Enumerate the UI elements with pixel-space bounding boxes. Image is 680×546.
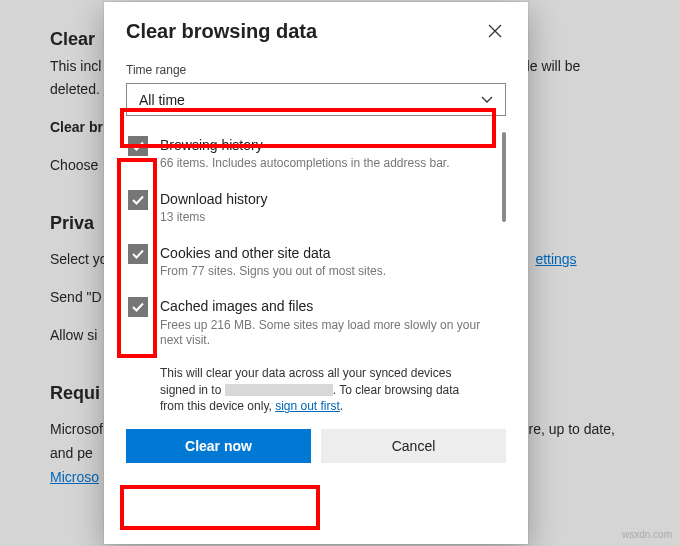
option-title: Cookies and other site data <box>160 244 488 262</box>
option-cached: Cached images and files Frees up 216 MB.… <box>126 289 506 358</box>
options-list: Browsing history 66 items. Includes auto… <box>126 128 506 359</box>
bg-link[interactable]: ettings <box>535 251 576 267</box>
bg-link[interactable]: Microso <box>50 469 99 485</box>
option-title: Cached images and files <box>160 297 488 315</box>
chevron-down-icon <box>481 92 493 108</box>
option-subtitle: 66 items. Includes autocompletions in th… <box>160 156 488 172</box>
checkbox-download-history[interactable] <box>128 190 148 210</box>
option-title: Download history <box>160 190 488 208</box>
option-download-history: Download history 13 items <box>126 182 506 236</box>
option-cookies: Cookies and other site data From 77 site… <box>126 236 506 290</box>
redacted-account <box>225 384 333 396</box>
option-subtitle: From 77 sites. Signs you out of most sit… <box>160 264 488 280</box>
sync-note: This will clear your data across all you… <box>160 365 478 415</box>
bg-text: Select yo <box>50 251 108 267</box>
dialog-title: Clear browsing data <box>126 20 317 43</box>
checkbox-cached[interactable] <box>128 297 148 317</box>
time-range-value: All time <box>139 92 185 108</box>
option-title: Browsing history <box>160 136 488 154</box>
option-subtitle: 13 items <box>160 210 488 226</box>
close-icon[interactable] <box>484 20 506 45</box>
scrollbar[interactable] <box>502 132 506 222</box>
bg-text: Microsof <box>50 421 103 437</box>
clear-now-button[interactable]: Clear now <box>126 429 311 463</box>
option-browsing-history: Browsing history 66 items. Includes auto… <box>126 128 506 182</box>
watermark: wsxdn.com <box>622 529 672 540</box>
option-subtitle: Frees up 216 MB. Some sites may load mor… <box>160 318 488 349</box>
bg-text: This incl <box>50 58 101 74</box>
time-range-select[interactable]: All time <box>126 83 506 116</box>
checkbox-cookies[interactable] <box>128 244 148 264</box>
time-range-label: Time range <box>126 63 506 77</box>
clear-browsing-data-dialog: Clear browsing data Time range All time … <box>104 2 528 544</box>
cancel-button[interactable]: Cancel <box>321 429 506 463</box>
sign-out-link[interactable]: sign out first <box>275 399 340 413</box>
checkbox-browsing-history[interactable] <box>128 136 148 156</box>
